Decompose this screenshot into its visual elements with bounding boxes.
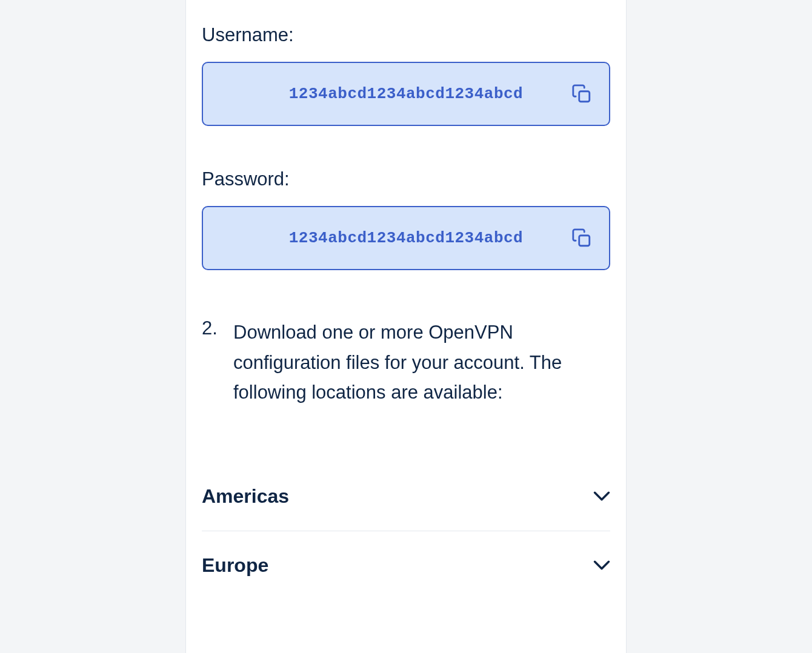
accordion-europe[interactable]: Europe [202,531,610,613]
copy-icon [571,228,592,248]
step-number: 2. [202,317,222,408]
username-label: Username: [202,24,610,46]
copy-username-button[interactable] [571,84,592,104]
chevron-down-icon [593,557,610,574]
content-card: Username: 1234abcd1234abcd1234abcd Passw… [185,0,627,653]
copy-password-button[interactable] [571,228,592,248]
svg-rect-0 [579,91,590,102]
password-value: 1234abcd1234abcd1234abcd [289,229,523,247]
copy-icon [571,84,592,104]
password-label: Password: [202,168,610,190]
step-2: 2. Download one or more OpenVPN configur… [202,317,610,408]
password-box: 1234abcd1234abcd1234abcd [202,206,610,270]
accordion-title-americas: Americas [202,485,289,508]
accordion-title-europe: Europe [202,554,268,577]
step-text: Download one or more OpenVPN configurati… [233,317,610,408]
username-value: 1234abcd1234abcd1234abcd [289,85,523,103]
accordion-americas[interactable]: Americas [202,462,610,531]
chevron-down-icon [593,488,610,505]
username-box: 1234abcd1234abcd1234abcd [202,62,610,126]
svg-rect-1 [579,236,590,246]
